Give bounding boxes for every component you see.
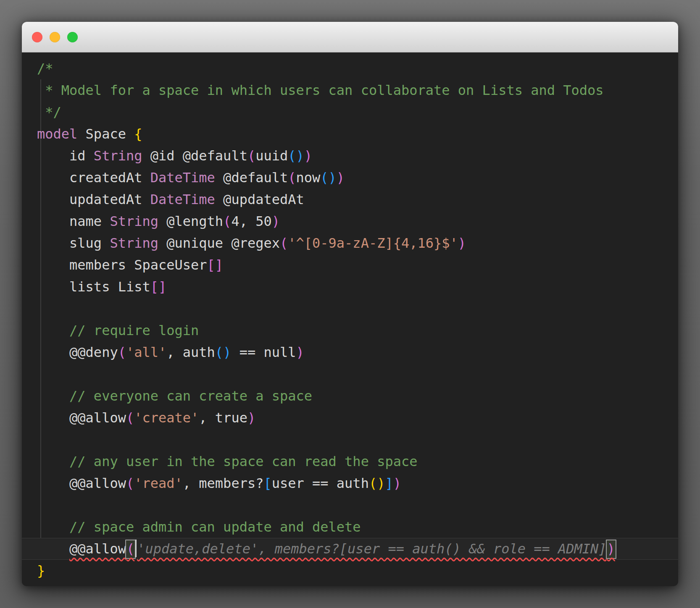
code-token: user == auth: [272, 475, 369, 491]
code-line: @@allow('read', members?[user == auth()]…: [22, 472, 678, 494]
close-button[interactable]: [32, 32, 42, 42]
code-line: id String @id @default(uuid()): [22, 145, 678, 167]
code-line: // space admin can update and delete: [22, 516, 678, 538]
code-token: []: [207, 257, 224, 273]
text-cursor: [135, 540, 137, 557]
code-token: [37, 541, 69, 557]
code-token: ): [272, 213, 280, 229]
code-token: @unique @regex: [158, 235, 280, 251]
desktop-background: /* * Model for a space in which users ca…: [0, 0, 700, 608]
code-token: ): [304, 148, 312, 164]
editor-window: /* * Model for a space in which users ca…: [22, 22, 678, 586]
code-token: (: [247, 148, 255, 164]
code-lines: /* * Model for a space in which users ca…: [22, 58, 678, 582]
code-token: // everyone can create a space: [69, 388, 312, 404]
code-token: @length: [158, 213, 223, 229]
code-line: @@deny('all', auth() == null): [22, 341, 678, 363]
code-token: name: [37, 213, 110, 229]
code-line: @@allow('create', true): [22, 407, 678, 429]
code-line: [22, 363, 678, 385]
code-line: // any user in the space can read the sp…: [22, 451, 678, 472]
code-token: createdAt: [37, 170, 150, 186]
code-token: (: [126, 475, 134, 491]
code-line: }: [22, 560, 678, 582]
code-token: (: [288, 170, 296, 186]
code-token: @@allow: [37, 475, 126, 491]
code-token: @@allow: [69, 541, 126, 557]
code-token: String: [110, 235, 158, 251]
code-token: ]: [385, 475, 393, 491]
inline-suggestion: 'update,delete', members?[user == auth()…: [137, 541, 606, 557]
code-line-current: @@allow('update,delete', members?[user =…: [22, 538, 678, 560]
code-token: (: [118, 344, 126, 360]
code-token: 'read': [134, 475, 183, 491]
code-token: (): [215, 344, 232, 360]
code-token: id: [37, 148, 94, 164]
code-token: []: [150, 279, 167, 295]
window-titlebar[interactable]: [22, 22, 678, 52]
code-token: (: [280, 235, 288, 251]
code-line: createdAt DateTime @default(now()): [22, 167, 678, 189]
code-token: * Model for a space in which users can c…: [37, 82, 604, 98]
code-token: , members?: [183, 475, 264, 491]
code-line: [22, 298, 678, 320]
code-line: slug String @unique @regex('^[0-9a-zA-Z]…: [22, 232, 678, 254]
code-token: @id @default: [142, 148, 247, 164]
code-line: name String @length(4, 50): [22, 210, 678, 232]
code-token: [37, 453, 69, 469]
code-line: /*: [22, 58, 678, 79]
code-token: [: [263, 475, 271, 491]
code-token: , auth: [166, 344, 215, 360]
code-token: }: [37, 563, 45, 579]
code-token: , true: [199, 410, 247, 426]
code-token: ): [296, 344, 304, 360]
code-token: [37, 388, 69, 404]
code-token: @updatedAt: [215, 191, 304, 207]
code-line: * Model for a space in which users can c…: [22, 79, 678, 101]
code-token: // require login: [69, 322, 199, 338]
error-squiggle: @@allow('update,delete', members?[user =…: [69, 541, 616, 557]
code-token: /*: [37, 60, 53, 76]
code-token: [37, 519, 69, 535]
code-line: members SpaceUser[]: [22, 254, 678, 276]
code-editor[interactable]: /* * Model for a space in which users ca…: [22, 52, 678, 586]
code-token: lists List: [37, 279, 150, 295]
code-token: (): [288, 148, 304, 164]
code-line: updatedAt DateTime @updatedAt: [22, 189, 678, 210]
code-token: slug: [37, 235, 110, 251]
minimize-button[interactable]: [50, 32, 60, 42]
zoom-button[interactable]: [67, 32, 78, 42]
code-token: // space admin can update and delete: [69, 519, 361, 535]
bracket-match-close: ): [606, 540, 616, 559]
code-token: ): [458, 235, 466, 251]
code-token: */: [37, 104, 61, 120]
code-token: members SpaceUser: [37, 257, 207, 273]
code-token: [37, 322, 69, 338]
code-line: lists List[]: [22, 276, 678, 298]
code-token: @default: [215, 170, 288, 186]
code-token: model: [37, 126, 86, 142]
code-token: @@allow: [37, 410, 126, 426]
code-token: uuid: [255, 148, 288, 164]
code-token: (): [369, 475, 385, 491]
code-token: String: [94, 148, 142, 164]
bracket-match-open: (: [125, 540, 136, 559]
code-line: model Space {: [22, 123, 678, 145]
code-token: ): [337, 170, 345, 186]
code-token: (): [320, 170, 337, 186]
code-token: ): [247, 410, 255, 426]
code-token: (: [223, 213, 231, 229]
code-token: 'create': [134, 410, 199, 426]
code-token: @@deny: [37, 344, 118, 360]
code-token: updatedAt: [37, 191, 150, 207]
code-token: 'all': [126, 344, 166, 360]
code-token: {: [134, 126, 142, 142]
code-token: '^[0-9a-zA-Z]{4,16}$': [288, 235, 458, 251]
code-token: (: [126, 410, 134, 426]
code-token: DateTime: [150, 170, 215, 186]
code-line: [22, 429, 678, 451]
code-token: now: [296, 170, 321, 186]
code-token: ): [393, 475, 401, 491]
code-token: DateTime: [150, 191, 215, 207]
code-token: // any user in the space can read the sp…: [69, 453, 417, 469]
